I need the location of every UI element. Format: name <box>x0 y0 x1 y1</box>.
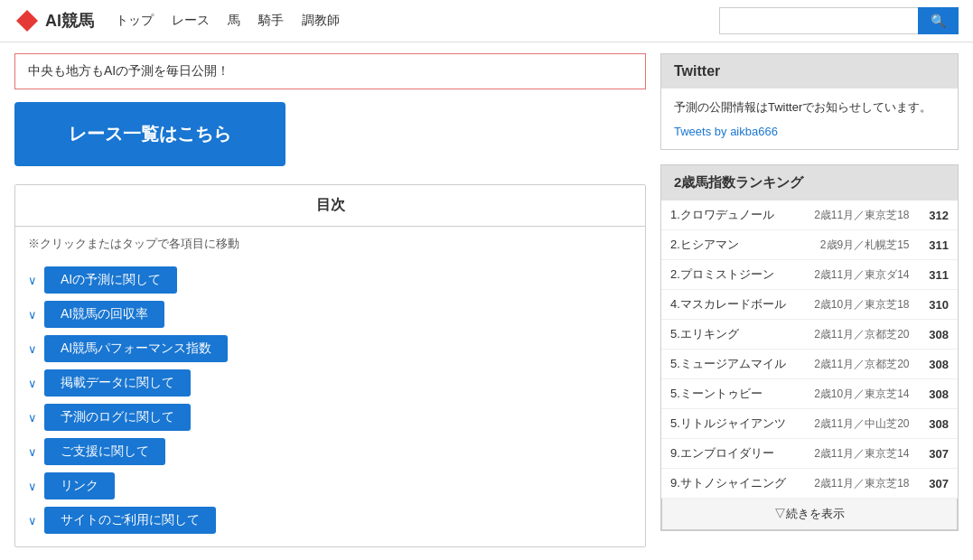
search-area: 🔍 <box>719 7 959 34</box>
toc-item-1: ∨ AI競馬の回収率 <box>28 301 632 328</box>
announcement-bar: 中央も地方もAIの予測を毎日公開！ <box>14 53 646 89</box>
header: AI競馬 トップ レース 馬 騎手 調教師 🔍 <box>0 0 973 42</box>
nav-race[interactable]: レース <box>172 13 210 29</box>
toc-link-4[interactable]: 予測のログに関して <box>44 404 191 431</box>
ranking-box: 2歳馬指数ランキング 1.クロワデュノール 2歳11月／東京芝18 312 2.… <box>660 164 959 531</box>
toc-link-5[interactable]: ご支援に関して <box>44 438 165 465</box>
search-button[interactable]: 🔍 <box>918 7 959 34</box>
rank-cell: 5.ミュージアムマイル <box>661 350 800 379</box>
ranking-row-3: 4.マスカレードボール 2歳10月／東京芝18 310 <box>661 290 958 320</box>
ranking-row-6: 5.ミーントゥビー 2歳10月／東京芝14 308 <box>661 379 958 409</box>
toc-title: 目次 <box>15 185 645 227</box>
ranking-header: 2歳馬指数ランキング <box>661 165 958 201</box>
chevron-icon-2: ∨ <box>28 342 37 356</box>
nav-jockey[interactable]: 騎手 <box>258 13 284 29</box>
twitter-box: Twitter 予測の公開情報はTwitterでお知らせしています。 Tweet… <box>660 53 959 150</box>
score-cell: 307 <box>919 469 958 499</box>
rank-cell: 2.ヒシアマン <box>661 230 800 260</box>
ranking-row-9: 9.サトノシャイニング 2歳11月／東京芝18 307 <box>661 469 958 499</box>
twitter-text: 予測の公開情報はTwitterでお知らせしています。 <box>674 100 931 114</box>
detail-cell: 2歳9月／札幌芝15 <box>800 230 919 260</box>
ranking-row-2: 2.プロミストジーン 2歳11月／東京ダ14 311 <box>661 260 958 290</box>
toc-item-3: ∨ 掲載データに関して <box>28 369 632 397</box>
score-cell: 308 <box>919 379 958 409</box>
chevron-icon-0: ∨ <box>28 274 37 287</box>
detail-cell: 2歳11月／京都芝20 <box>800 320 919 350</box>
detail-cell: 2歳11月／京都芝20 <box>800 350 919 379</box>
toc-item-6: ∨ リンク <box>28 472 632 499</box>
ranking-row-8: 9.エンブロイダリー 2歳11月／東京芝14 307 <box>661 439 958 469</box>
twitter-body: 予測の公開情報はTwitterでお知らせしています。 Tweets by aik… <box>661 89 958 149</box>
score-cell: 311 <box>919 230 958 260</box>
rank-cell: 5.エリキング <box>661 320 800 350</box>
toc-link-3[interactable]: 掲載データに関して <box>44 369 191 397</box>
nav-horse[interactable]: 馬 <box>228 13 240 29</box>
rank-cell: 5.リトルジャイアンツ <box>661 409 800 439</box>
toc-link-2[interactable]: AI競馬パフォーマンス指数 <box>44 335 228 362</box>
detail-cell: 2歳11月／東京芝18 <box>800 201 919 230</box>
ranking-row-0: 1.クロワデュノール 2歳11月／東京芝18 312 <box>661 201 958 230</box>
ranking-row-4: 5.エリキング 2歳11月／京都芝20 308 <box>661 320 958 350</box>
toc-item-0: ∨ AIの予測に関して <box>28 266 632 294</box>
detail-cell: 2歳11月／中山芝20 <box>800 409 919 439</box>
toc-link-1[interactable]: AI競馬の回収率 <box>44 301 164 328</box>
chevron-icon-5: ∨ <box>28 445 37 459</box>
toc-box: 目次 ※クリックまたはタップで各項目に移動 ∨ AIの予測に関して ∨ AI競馬… <box>14 184 646 547</box>
detail-cell: 2歳11月／東京ダ14 <box>800 260 919 290</box>
score-cell: 310 <box>919 290 958 320</box>
score-cell: 308 <box>919 350 958 379</box>
toc-items: ∨ AIの予測に関して ∨ AI競馬の回収率 ∨ AI競馬パフォーマンス指数 ∨… <box>15 261 645 546</box>
rank-cell: 1.クロワデュノール <box>661 201 800 230</box>
search-input[interactable] <box>719 7 918 34</box>
ranking-table: 1.クロワデュノール 2歳11月／東京芝18 312 2.ヒシアマン 2歳9月／… <box>661 201 958 499</box>
logo-text: AI競馬 <box>45 10 94 32</box>
ranking-row-1: 2.ヒシアマン 2歳9月／札幌芝15 311 <box>661 230 958 260</box>
ranking-more-button[interactable]: ▽続きを表示 <box>661 499 958 530</box>
twitter-header: Twitter <box>661 54 958 89</box>
toc-item-4: ∨ 予測のログに関して <box>28 404 632 431</box>
detail-cell: 2歳10月／東京芝18 <box>800 290 919 320</box>
chevron-icon-4: ∨ <box>28 411 37 425</box>
main-wrap: 中央も地方もAIの予測を毎日公開！ レース一覧はこちら 目次 ※クリックまたはタ… <box>0 42 973 558</box>
svg-marker-0 <box>16 10 38 32</box>
chevron-icon-6: ∨ <box>28 480 37 493</box>
detail-cell: 2歳10月／東京芝14 <box>800 379 919 409</box>
chevron-icon-1: ∨ <box>28 308 37 322</box>
chevron-icon-7: ∨ <box>28 514 37 527</box>
ranking-row-7: 5.リトルジャイアンツ 2歳11月／中山芝20 308 <box>661 409 958 439</box>
ranking-row-5: 5.ミュージアムマイル 2歳11月／京都芝20 308 <box>661 350 958 379</box>
toc-item-2: ∨ AI競馬パフォーマンス指数 <box>28 335 632 362</box>
toc-item-7: ∨ サイトのご利用に関して <box>28 507 632 534</box>
toc-link-0[interactable]: AIの予測に関して <box>44 266 177 294</box>
logo[interactable]: AI競馬 <box>14 8 94 33</box>
rank-cell: 9.エンブロイダリー <box>661 439 800 469</box>
toc-link-7[interactable]: サイトのご利用に関して <box>44 507 216 534</box>
nav-trainer[interactable]: 調教師 <box>302 13 340 29</box>
toc-link-6[interactable]: リンク <box>44 472 115 499</box>
rank-cell: 9.サトノシャイニング <box>661 469 800 499</box>
score-cell: 312 <box>919 201 958 230</box>
score-cell: 311 <box>919 260 958 290</box>
main-nav: トップ レース 馬 騎手 調教師 <box>116 13 719 29</box>
right-column: Twitter 予測の公開情報はTwitterでお知らせしています。 Tweet… <box>660 53 959 547</box>
rank-cell: 5.ミーントゥビー <box>661 379 800 409</box>
rank-cell: 4.マスカレードボール <box>661 290 800 320</box>
nav-top[interactable]: トップ <box>116 13 154 29</box>
score-cell: 308 <box>919 320 958 350</box>
score-cell: 307 <box>919 439 958 469</box>
announcement-text: 中央も地方もAIの予測を毎日公開！ <box>28 63 229 78</box>
detail-cell: 2歳11月／東京芝18 <box>800 469 919 499</box>
left-column: 中央も地方もAIの予測を毎日公開！ レース一覧はこちら 目次 ※クリックまたはタ… <box>14 53 646 547</box>
toc-note: ※クリックまたはタップで各項目に移動 <box>15 227 645 261</box>
rank-cell: 2.プロミストジーン <box>661 260 800 290</box>
twitter-link[interactable]: Tweets by aikba666 <box>674 125 945 138</box>
race-list-button[interactable]: レース一覧はこちら <box>14 102 285 166</box>
detail-cell: 2歳11月／東京芝14 <box>800 439 919 469</box>
toc-item-5: ∨ ご支援に関して <box>28 438 632 465</box>
score-cell: 308 <box>919 409 958 439</box>
chevron-icon-3: ∨ <box>28 377 37 390</box>
logo-icon <box>14 8 40 33</box>
